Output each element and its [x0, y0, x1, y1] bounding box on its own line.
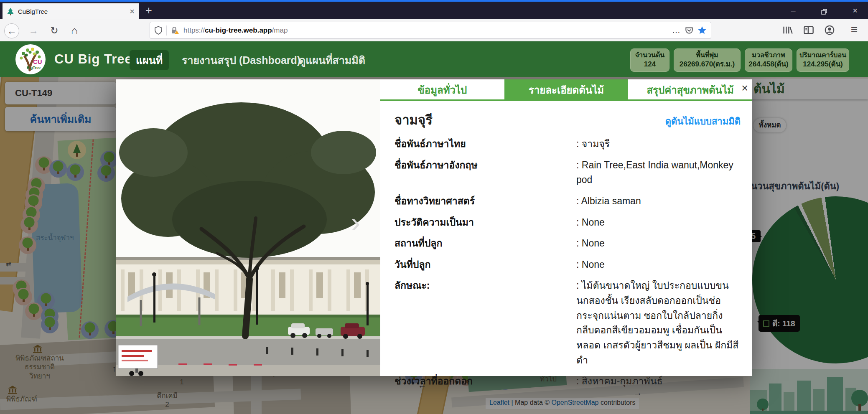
stat-carbon: ปริมาณคาร์บอน124.295(ต้น) — [797, 48, 849, 72]
library-icon[interactable] — [782, 25, 793, 37]
hamburger-menu-icon[interactable]: ≡ — [847, 23, 862, 38]
svg-text:BigTree: BigTree — [27, 66, 41, 70]
nav-dashboard[interactable]: รายงานสรุป (Dashboard) — [176, 50, 307, 70]
field-planting-date: วันที่ปลูก: None — [395, 257, 741, 272]
favicon-tree-icon — [7, 8, 14, 15]
tree-name-title: จามจุรี — [395, 109, 433, 130]
sidebar-toggle-icon[interactable] — [803, 25, 814, 37]
modal-close-icon[interactable]: × — [741, 83, 748, 94]
tab-close-icon[interactable]: × — [130, 7, 135, 15]
brand-title: CU Big Tree — [54, 52, 132, 67]
tree-photo: › — [116, 79, 380, 376]
svg-text:CU: CU — [33, 58, 42, 65]
urlbar-divider — [166, 25, 167, 36]
field-english-name: ชื่อพันธ์ภาษาอังกฤษ: Rain Tree,East Indi… — [395, 158, 741, 188]
back-button[interactable]: ← — [4, 23, 19, 38]
url-bar[interactable]: https://cu-big-tree.web.app/map … — [150, 22, 711, 39]
view-3d-link[interactable]: ดูต้นไม้แบบสามมิติ — [665, 114, 741, 129]
tab-general-info[interactable]: ข้อมูลทั่วไป — [380, 79, 504, 99]
browser-tab[interactable]: CuBigTree × — [3, 3, 139, 19]
tracking-shield-icon[interactable] — [154, 26, 163, 35]
field-planting-place: สถานที่ปลูก: None — [395, 236, 741, 251]
photo-next-icon[interactable]: › — [351, 209, 360, 236]
stat-biomass: มวลชีวภาพ264.458(ต้น) — [745, 48, 792, 72]
window-minimize-button[interactable]: – — [785, 6, 802, 15]
toolbar-divider — [841, 24, 841, 38]
reload-button[interactable]: ↻ — [47, 23, 62, 38]
tab-title: CuBigTree — [18, 8, 126, 15]
forward-button[interactable]: → — [26, 23, 41, 38]
browser-titlebar: CuBigTree × + – × — [0, 2, 868, 19]
tree-detail-modal: › ข้อมูลทั่วไป รายละเอียดต้นไม้ สรุปค่าส… — [116, 79, 752, 376]
field-thai-name: ชื่อพันธ์ภาษาไทย: จามจุรี — [395, 137, 741, 152]
field-scientific-name: ชื่อทางวิทยาศาสตร์: Albizia saman — [395, 194, 741, 209]
new-tab-button[interactable]: + — [145, 4, 152, 17]
pocket-icon[interactable] — [685, 26, 694, 35]
insecure-lock-warning-icon — [171, 26, 180, 35]
browser-window: CuBigTree × + – × ← → ↻ ⌂ https://cu-big… — [0, 0, 868, 414]
window-restore-button[interactable] — [816, 7, 832, 17]
field-history: ประวัติความเป็นมา: None — [395, 215, 741, 230]
url-text: https://cu-big-tree.web.app/map — [183, 26, 288, 35]
map-viewport[interactable]: สระน้ำจุฬาฯ ↑ — [0, 77, 868, 414]
page-actions-icon[interactable]: … — [672, 25, 681, 35]
stat-tree-count: จำนวนต้น124 — [630, 48, 669, 72]
tree-detail-pane: ข้อมูลทั่วไป รายละเอียดต้นไม้ สรุปค่าสุข… — [380, 79, 752, 376]
account-icon[interactable] — [824, 25, 835, 37]
window-close-button[interactable]: × — [847, 6, 863, 15]
nav-map[interactable]: แผนที่ — [130, 50, 169, 70]
home-button[interactable]: ⌂ — [67, 23, 82, 38]
modal-tabs: ข้อมูลทั่วไป รายละเอียดต้นไม้ สรุปค่าสุข… — [380, 79, 752, 101]
cu-big-tree-logo: CUBigTree — [15, 44, 46, 76]
field-flowering-period: ช่วงเวลาที่ออกดอก: สิงหาคม-กุมภาพันธ์ — [395, 374, 741, 389]
field-characteristics: ลักษณะ:: ไม้ต้นขนาดใหญ่ ใบประกอบแบบขนนกส… — [395, 278, 741, 368]
nav-3d-map[interactable]: ดูแผนที่สามมิติ — [293, 50, 372, 70]
tab-tree-details[interactable]: รายละเอียดต้นไม้ — [504, 79, 629, 99]
stat-canopy-area: พื้นที่พุ่ม26269.670(ตร.ม.) — [674, 48, 741, 72]
bookmark-star-icon[interactable] — [697, 26, 707, 35]
tab-health-summary[interactable]: สรุปค่าสุขภาพต้นไม้ — [628, 79, 752, 99]
modal-body: จามจุรี ดูต้นไม้แบบสามมิติ ชื่อพันธ์ภาษา… — [380, 101, 752, 389]
